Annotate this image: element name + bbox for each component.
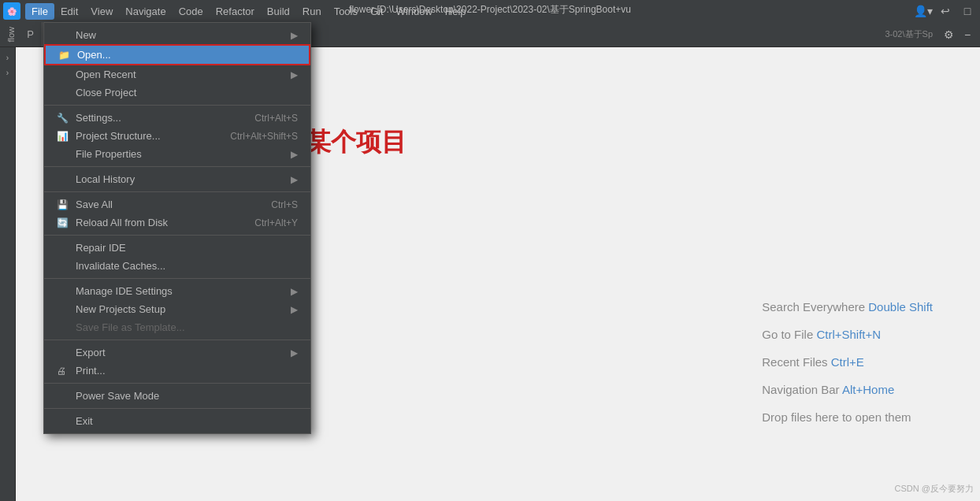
menu-view[interactable]: View [84,3,119,20]
sep-8 [44,408,310,409]
menu-invalidate-caches[interactable]: Invalidate Caches... [44,257,310,275]
menu-navigate-label: Navigate [125,6,165,17]
app-icon-symbol: 🌸 [7,7,17,16]
menu-export[interactable]: Export ▶ [44,343,310,362]
save-all-icon: 💾 [57,199,71,210]
save-all-shortcut: Ctrl+S [271,199,298,210]
settings-gear-btn[interactable]: ⚙ [939,25,958,44]
menu-repair-ide[interactable]: Repair IDE [44,239,310,257]
shortcut-nav: Navigation Bar Alt+Home [762,383,933,396]
project-structure-label: Project Structure... [76,130,161,142]
sep-4 [44,235,310,236]
sep-5 [44,278,310,279]
menu-build[interactable]: Build [261,3,296,20]
shortcut-drop-text: Drop files here to open them [762,410,911,424]
menu-run-label: Run [303,6,321,17]
sep-2 [44,166,310,167]
menu-open-recent[interactable]: Open Recent ▶ [44,65,310,84]
chevron-right-icon-2[interactable]: › [6,69,9,77]
back-btn[interactable]: ↩ [936,2,955,20]
sidebar-strip: › › [0,47,16,501]
file-dropdown-menu: New ▶ 📁 Open... Open Recent ▶ Close Proj… [43,22,311,434]
menu-settings[interactable]: 🔧 Settings... Ctrl+Alt+S [44,109,310,127]
menu-manage-ide[interactable]: Manage IDE Settings ▶ [44,282,310,300]
shortcut-nav-text: Navigation Bar [762,383,842,396]
shortcut-list: Search Everywhere Double Shift Go to Fil… [762,300,933,438]
menu-new-projects[interactable]: New Projects Setup ▶ [44,300,310,318]
shortcut-search-text: Search Everywhere [762,300,868,314]
menu-close-project[interactable]: Close Project [44,84,310,102]
sep-6 [44,340,310,340]
window-title-text: flower [D:\Users\Desktop\2022-Project\20… [349,4,631,15]
reload-shortcut: Ctrl+Alt+Y [254,217,298,228]
new-projects-label: New Projects Setup [76,303,165,315]
path-display: 3-02\基于Sp [885,28,933,40]
menu-navigate[interactable]: Navigate [119,3,172,20]
shortcut-recent: Recent Files Ctrl+E [762,355,933,369]
shortcut-goto-key: Ctrl+Shift+N [816,328,881,341]
close-project-label: Close Project [76,87,136,98]
menu-power-save[interactable]: Power Save Mode [44,387,310,405]
menu-run[interactable]: Run [296,3,328,20]
new-projects-arrow: ▶ [291,304,298,315]
menu-view-label: View [91,6,113,17]
sep-1 [44,105,310,106]
manage-ide-label: Manage IDE Settings [76,285,173,297]
menu-edit-label: Edit [61,6,78,17]
menu-code[interactable]: Code [173,3,210,20]
shortcut-search: Search Everywhere Double Shift [762,300,933,314]
shortcut-goto: Go to File Ctrl+Shift+N [762,328,933,341]
invalidate-label: Invalidate Caches... [76,260,165,272]
shortcut-search-key: Double Shift [868,300,933,314]
settings-shortcut: Ctrl+Alt+S [254,113,298,124]
settings-icon: 🔧 [57,113,71,124]
menu-save-template: Save File as Template... [44,318,310,336]
menu-refactor-label: Refactor [216,6,254,17]
chevron-right-icon[interactable]: › [6,54,9,62]
file-properties-arrow: ▶ [291,149,298,160]
menu-save-all[interactable]: 💾 Save All Ctrl+S [44,195,310,213]
maximize-btn[interactable]: □ [958,2,977,20]
menu-open[interactable]: 📁 Open... [44,44,310,65]
menu-print[interactable]: 🖨 Print... [44,362,310,380]
power-save-label: Power Save Mode [76,390,159,402]
open-recent-label: Open Recent [76,69,136,80]
sep-7 [44,383,310,384]
settings-label: Settings... [76,112,121,124]
project-tab[interactable]: P [19,22,43,46]
user-icon-btn[interactable]: 👤▾ [914,2,933,20]
save-all-label: Save All [76,199,113,210]
menu-bar: 🌸 File Edit View Navigate Code Refactor … [0,0,980,22]
close-panel-btn[interactable]: − [958,25,977,44]
shortcut-goto-text: Go to File [762,328,816,341]
open-icon: 📁 [58,50,72,61]
menu-local-history[interactable]: Local History ▶ [44,170,310,188]
menu-file-label: File [32,6,48,17]
menu-exit[interactable]: Exit [44,412,310,430]
watermark: CSDN @反今要努力 [895,483,974,495]
exit-label: Exit [76,415,93,427]
new-label: New [76,29,96,41]
window-title: flower [D:\Users\Desktop\2022-Project\20… [349,3,631,17]
flow-label: flow [3,27,19,43]
print-label: Print... [76,365,106,377]
sep-3 [44,191,310,192]
file-properties-label: File Properties [76,148,142,160]
project-structure-icon: 📊 [57,131,71,142]
project-structure-shortcut: Ctrl+Alt+Shift+S [230,131,298,142]
menu-edit[interactable]: Edit [54,3,84,20]
print-icon: 🖨 [57,366,71,377]
manage-ide-arrow: ▶ [291,286,298,297]
local-history-arrow: ▶ [291,174,298,185]
export-label: Export [76,347,106,358]
menu-project-structure[interactable]: 📊 Project Structure... Ctrl+Alt+Shift+S [44,127,310,145]
menu-reload-disk[interactable]: 🔄 Reload All from Disk Ctrl+Alt+Y [44,213,310,232]
shortcut-recent-text: Recent Files [762,355,831,369]
repair-label: Repair IDE [76,242,126,254]
menu-refactor[interactable]: Refactor [210,3,261,20]
open-recent-arrow: ▶ [291,69,298,80]
menu-new[interactable]: New ▶ [44,26,310,44]
open-label: Open... [77,49,111,61]
menu-file-properties[interactable]: File Properties ▶ [44,145,310,163]
menu-file[interactable]: File [25,3,54,20]
